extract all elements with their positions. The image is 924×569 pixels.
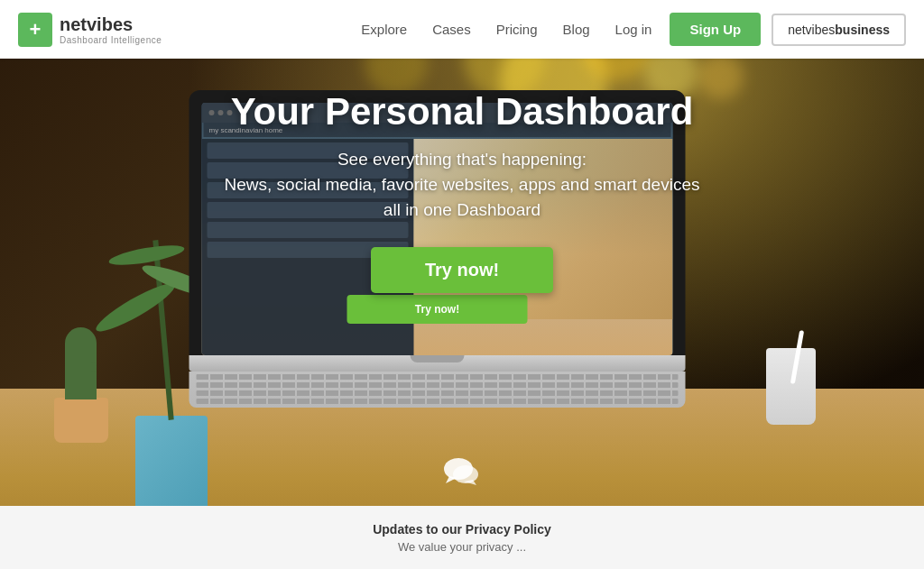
- screen-title-text: my scandinavian home: [209, 126, 283, 134]
- brand-name: netvibes: [60, 14, 162, 35]
- screen-try-label: Try now!: [415, 303, 459, 316]
- laptop-keyboard: [189, 372, 686, 408]
- chat-bubble-icon[interactable]: [440, 449, 484, 492]
- laptop-notch: [411, 355, 465, 363]
- laptop-screen-outer: my scandinavian home Try now!: [189, 90, 686, 355]
- try-now-button[interactable]: Try now!: [371, 247, 553, 293]
- nav-explore[interactable]: Explore: [361, 22, 407, 37]
- logo-icon: +: [18, 13, 52, 47]
- laptop-base: [189, 355, 686, 372]
- cup-decoration: [766, 348, 816, 425]
- screen-header-bar: [202, 103, 673, 123]
- logo-text: netvibes Dashboard Intelligence: [60, 14, 162, 45]
- bottom-privacy-strip: Updates to our Privacy Policy We value y…: [0, 506, 924, 569]
- svg-point-2: [453, 465, 478, 483]
- screen-content: my scandinavian home Try now!: [202, 103, 673, 355]
- nav-cases[interactable]: Cases: [432, 22, 471, 37]
- nav-login[interactable]: Log in: [615, 22, 652, 37]
- privacy-title: Updates to our Privacy Policy: [373, 522, 551, 537]
- screen-title-bar: my scandinavian home: [204, 123, 671, 137]
- nav-blog[interactable]: Blog: [563, 22, 590, 37]
- business-label-prefix: netvibes: [788, 23, 835, 37]
- business-button[interactable]: netvibesbusiness: [772, 14, 906, 46]
- navbar: + netvibes Dashboard Intelligence Explor…: [0, 0, 924, 59]
- signup-button[interactable]: Sign Up: [670, 13, 761, 46]
- nav-pricing[interactable]: Pricing: [496, 22, 538, 37]
- business-label-suffix: business: [835, 23, 890, 37]
- laptop-screen-inner: my scandinavian home Try now!: [202, 103, 673, 355]
- nav-links: Explore Cases Pricing Blog Log in: [361, 22, 651, 37]
- brand-tagline: Dashboard Intelligence: [60, 35, 162, 45]
- logo-area[interactable]: + netvibes Dashboard Intelligence: [18, 13, 162, 47]
- logo-plus-symbol: +: [30, 20, 42, 40]
- screen-try-button[interactable]: Try now!: [347, 295, 528, 324]
- privacy-subtitle: We value your privacy ...: [398, 540, 526, 554]
